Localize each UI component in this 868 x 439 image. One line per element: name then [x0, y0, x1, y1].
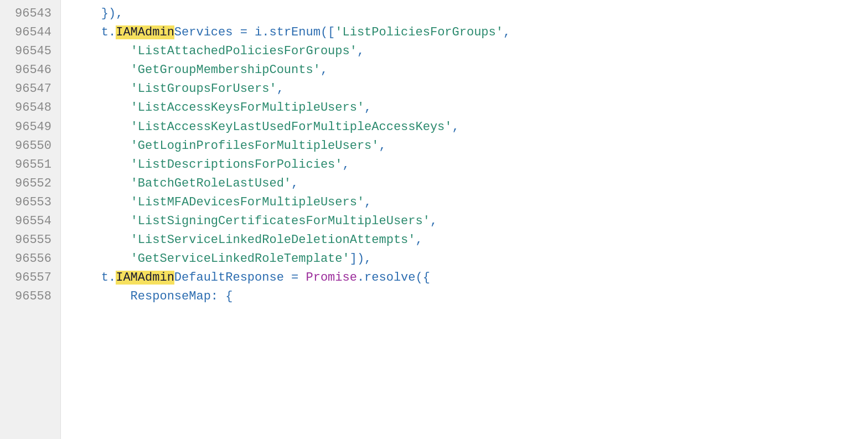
code-content-area: }), t.IAMAdminServices = i.strEnum(['Lis… — [61, 0, 868, 439]
code-token — [72, 139, 131, 153]
code-line: ResponseMap: { — [72, 287, 857, 306]
code-line: 'ListAccessKeyLastUsedForMultipleAccessK… — [72, 118, 857, 137]
code-token: , — [379, 139, 386, 153]
code-token: IAMAdmin — [116, 271, 174, 285]
code-token: 'GetLoginProfilesForMultipleUsers' — [131, 139, 379, 153]
code-token: DefaultResponse = — [174, 271, 306, 285]
code-token: Services = i.strEnum([ — [174, 25, 335, 39]
code-token: Promise — [306, 271, 356, 285]
code-line: 'GetLoginProfilesForMultipleUsers', — [72, 137, 857, 156]
line-number: 96554 — [7, 212, 51, 231]
code-token: 'ListAttachedPoliciesForGroups' — [131, 44, 357, 58]
line-number: 96545 — [7, 42, 51, 61]
code-token: , — [321, 63, 328, 77]
code-token: , — [503, 25, 510, 39]
code-token: , — [291, 177, 298, 190]
line-number: 96547 — [7, 80, 51, 99]
code-token: , — [416, 233, 423, 247]
code-token: t. — [72, 271, 116, 285]
code-line: }), — [72, 4, 857, 23]
code-token: , — [364, 195, 371, 209]
code-token: 'ListAccessKeyLastUsedForMultipleAccessK… — [131, 120, 452, 134]
code-token: 'ListSigningCertificatesForMultipleUsers… — [131, 214, 430, 228]
code-token: 'ListAccessKeysForMultipleUsers' — [131, 101, 364, 115]
code-token: , — [364, 101, 371, 115]
code-token — [72, 120, 131, 134]
line-number: 96551 — [7, 156, 51, 174]
code-line: 'ListAttachedPoliciesForGroups', — [72, 42, 857, 61]
code-line: 'ListServiceLinkedRoleDeletionAttempts', — [72, 231, 857, 250]
code-token — [72, 44, 131, 58]
line-number: 96544 — [7, 23, 51, 42]
code-token: , — [343, 158, 350, 172]
code-token — [72, 177, 131, 190]
code-token: ResponseMap: { — [72, 290, 232, 303]
line-number-gutter: 9654396544965459654696547965489654996550… — [0, 0, 61, 439]
code-token — [72, 101, 131, 115]
code-token: 'ListDescriptionsForPolicies' — [131, 158, 343, 172]
code-token: , — [430, 214, 437, 228]
line-number: 96550 — [7, 137, 51, 156]
code-token: 'GetGroupMembershipCounts' — [131, 63, 321, 77]
code-line: t.IAMAdminDefaultResponse = Promise.reso… — [72, 268, 857, 287]
code-token: , — [357, 44, 364, 58]
code-token — [72, 214, 131, 228]
line-number: 96548 — [7, 99, 51, 117]
code-token: 'ListGroupsForUsers' — [131, 82, 277, 96]
code-token: 'ListMFADevicesForMultipleUsers' — [131, 195, 364, 209]
code-line: 'ListSigningCertificatesForMultipleUsers… — [72, 212, 857, 231]
line-number: 96549 — [7, 118, 51, 137]
code-token — [72, 158, 131, 172]
code-line: 'GetGroupMembershipCounts', — [72, 61, 857, 80]
code-line: 'ListDescriptionsForPolicies', — [72, 156, 857, 174]
code-token — [72, 82, 131, 96]
code-token — [72, 252, 131, 266]
code-token: }), — [72, 7, 123, 20]
code-line: 'GetServiceLinkedRoleTemplate']), — [72, 250, 857, 268]
code-line: t.IAMAdminServices = i.strEnum(['ListPol… — [72, 23, 857, 42]
line-number: 96555 — [7, 231, 51, 250]
code-token: IAMAdmin — [116, 25, 174, 39]
code-token: 'ListPoliciesForGroups' — [335, 25, 503, 39]
code-token: t. — [72, 25, 116, 39]
code-token: , — [452, 120, 459, 134]
code-token: .resolve({ — [357, 271, 430, 285]
code-token — [72, 233, 131, 247]
code-token: 'ListServiceLinkedRoleDeletionAttempts' — [131, 233, 416, 247]
line-number: 96552 — [7, 174, 51, 193]
code-token: ]), — [350, 252, 372, 266]
code-token: , — [277, 82, 284, 96]
line-number: 96543 — [7, 4, 51, 23]
line-number: 96556 — [7, 250, 51, 268]
code-line: 'ListMFADevicesForMultipleUsers', — [72, 193, 857, 212]
line-number: 96553 — [7, 193, 51, 212]
code-line: 'BatchGetRoleLastUsed', — [72, 174, 857, 193]
code-token — [72, 195, 131, 209]
line-number: 96546 — [7, 61, 51, 80]
line-number: 96558 — [7, 287, 51, 306]
code-editor: 9654396544965459654696547965489654996550… — [0, 0, 868, 439]
code-line: 'ListAccessKeysForMultipleUsers', — [72, 99, 857, 117]
code-token — [72, 63, 131, 77]
line-number: 96557 — [7, 268, 51, 287]
code-token: 'GetServiceLinkedRoleTemplate' — [131, 252, 350, 266]
code-line: 'ListGroupsForUsers', — [72, 80, 857, 99]
code-token: 'BatchGetRoleLastUsed' — [131, 177, 291, 190]
